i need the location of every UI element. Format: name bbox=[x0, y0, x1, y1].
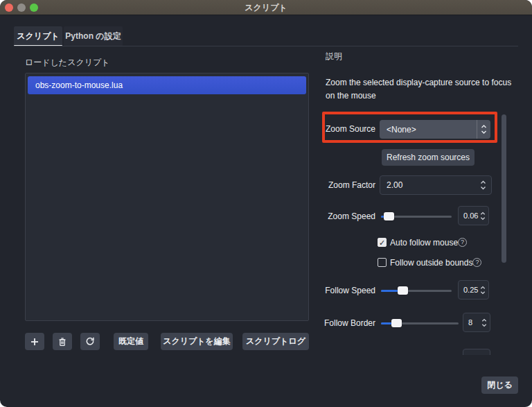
zoom-speed-label: Zoom Speed bbox=[320, 207, 375, 226]
follow-outside-bounds-row: Follow outside bounds ? bbox=[378, 257, 481, 268]
spinner-arrows-icon bbox=[480, 285, 486, 295]
spinner-arrows-icon bbox=[480, 211, 486, 221]
description-heading: 説明 bbox=[326, 51, 342, 62]
slider-handle[interactable] bbox=[384, 212, 394, 220]
lock-sensitivity-label: Lock Sensitivity bbox=[320, 349, 375, 355]
tab-scripts-label: スクリプト bbox=[17, 31, 59, 41]
slider-fill bbox=[381, 290, 400, 292]
close-dialog-button[interactable]: 閉じる bbox=[481, 376, 518, 394]
spinner-arrows-icon bbox=[481, 318, 487, 328]
follow-border-value: 8 bbox=[468, 318, 472, 327]
scripts-list[interactable]: obs-zoom-to-mouse.lua bbox=[25, 73, 309, 321]
settings-scrollbar[interactable] bbox=[502, 114, 506, 263]
checkmark-icon: ✓ bbox=[379, 239, 385, 247]
auto-follow-mouse-checkbox[interactable]: ✓ bbox=[378, 238, 387, 247]
follow-border-slider[interactable] bbox=[381, 318, 459, 328]
script-list-item[interactable]: obs-zoom-to-mouse.lua bbox=[28, 76, 306, 94]
zoom-source-select[interactable]: <None> bbox=[380, 120, 490, 139]
trash-icon bbox=[57, 336, 68, 347]
edit-script-button[interactable]: スクリプトを編集 bbox=[161, 333, 233, 350]
auto-follow-mouse-row: ✓ Auto follow mouse ? bbox=[378, 237, 467, 248]
reload-scripts-button[interactable] bbox=[80, 333, 100, 350]
slider-handle[interactable] bbox=[398, 286, 408, 295]
tab-python-settings[interactable]: Python の設定 bbox=[64, 26, 123, 46]
script-log-button[interactable]: スクリプトログ bbox=[242, 333, 309, 350]
scripts-dialog: スクリプト スクリプト Python の設定 ロードしたスクリプト obs-zo… bbox=[0, 0, 532, 407]
zoom-speed-value: 0.06 bbox=[463, 211, 478, 220]
refresh-zoom-sources-button[interactable]: Refresh zoom sources bbox=[382, 149, 475, 166]
remove-script-button[interactable] bbox=[53, 333, 72, 350]
help-icon[interactable]: ? bbox=[458, 238, 467, 247]
follow-speed-spinbox[interactable]: 0.25 bbox=[458, 280, 489, 300]
zoom-factor-spinbox[interactable]: 2.00 bbox=[380, 175, 492, 195]
scripts-toolbar: 既定値 スクリプトを編集 スクリプトログ bbox=[25, 333, 309, 350]
lock-sensitivity-spinbox[interactable] bbox=[463, 349, 490, 355]
tab-python-settings-label: Python の設定 bbox=[65, 31, 121, 41]
zoom-speed-slider[interactable] bbox=[381, 211, 452, 221]
chevron-up-down-icon bbox=[477, 120, 490, 139]
follow-speed-slider[interactable] bbox=[381, 286, 452, 295]
script-settings-panel: 説明 Zoom the selected display-capture sou… bbox=[320, 0, 532, 355]
spinner-arrows-icon bbox=[480, 180, 486, 191]
follow-border-label: Follow Border bbox=[320, 313, 375, 333]
add-script-button[interactable] bbox=[25, 333, 44, 350]
loaded-scripts-heading: ロードしたスクリプト bbox=[25, 57, 110, 69]
slider-handle[interactable] bbox=[391, 319, 402, 327]
follow-border-spinbox[interactable]: 8 bbox=[463, 313, 490, 332]
zoom-source-value: <None> bbox=[380, 125, 477, 135]
defaults-button[interactable]: 既定値 bbox=[114, 333, 148, 350]
zoom-factor-value: 2.00 bbox=[387, 180, 402, 190]
plus-icon bbox=[29, 336, 40, 347]
script-description: Zoom the selected display-capture source… bbox=[326, 76, 520, 103]
follow-speed-value: 0.25 bbox=[463, 286, 478, 294]
follow-outside-bounds-label: Follow outside bounds bbox=[390, 258, 472, 268]
follow-speed-label: Follow Speed bbox=[320, 281, 375, 300]
refresh-icon bbox=[85, 336, 96, 347]
tab-scripts[interactable]: スクリプト bbox=[14, 26, 62, 46]
zoom-speed-spinbox[interactable]: 0.06 bbox=[458, 206, 489, 225]
zoom-factor-label: Zoom Factor bbox=[320, 175, 375, 195]
follow-outside-bounds-checkbox[interactable] bbox=[378, 258, 387, 267]
help-icon[interactable]: ? bbox=[472, 258, 481, 267]
zoom-source-label: Zoom Source bbox=[320, 120, 375, 139]
auto-follow-mouse-label: Auto follow mouse bbox=[390, 238, 458, 248]
